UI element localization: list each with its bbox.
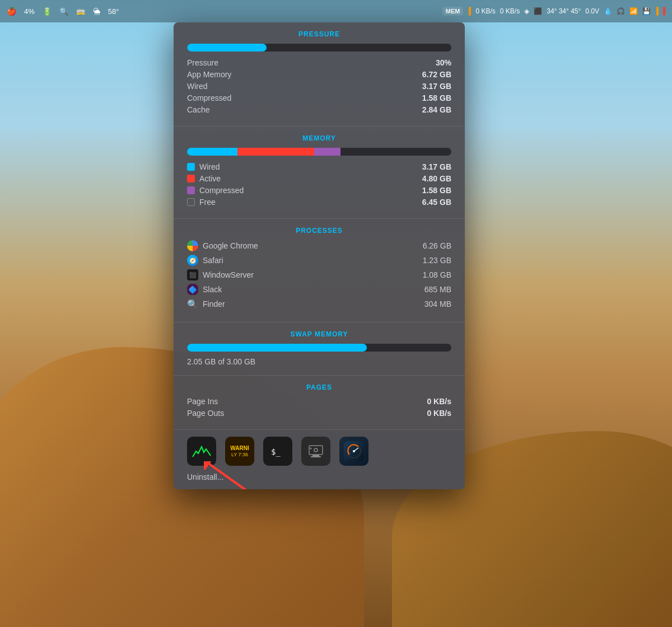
mem-widget[interactable]: MEM bbox=[442, 7, 464, 16]
process-row-slack: 🔷 Slack 685 MB bbox=[187, 284, 451, 295]
process-value-safari: 1.23 GB bbox=[423, 256, 451, 265]
network-icon: ◈ bbox=[524, 7, 529, 15]
memory-value-free: 6.45 GB bbox=[422, 198, 451, 207]
process-label-windowserver: ⬛ WindowServer bbox=[187, 269, 254, 280]
svg-line-2 bbox=[209, 464, 249, 489]
process-name-finder: Finder bbox=[203, 300, 225, 308]
pressure-section: PRESSURE Pressure 30% App Memory 6.72 GB… bbox=[174, 22, 465, 127]
process-value-windowserver: 1.08 GB bbox=[423, 270, 451, 279]
voltage: 0.0V bbox=[585, 7, 599, 15]
svg-rect-0 bbox=[192, 441, 212, 461]
memory-label-active: Active bbox=[187, 174, 221, 183]
process-name-safari: Safari bbox=[203, 256, 223, 265]
apple-icon[interactable]: 🍎 bbox=[7, 7, 16, 16]
menubar-right: MEM 0 KB/s 0 KB/s ◈ ⬛ 34° 34° 45° 0.0V 💧… bbox=[442, 7, 665, 16]
droplet-icon: 💧 bbox=[604, 7, 612, 15]
memory-row-wired: Wired 3.17 GB bbox=[187, 162, 451, 171]
windowserver-icon: ⬛ bbox=[187, 269, 198, 280]
memory-row-free: Free 6.45 GB bbox=[187, 198, 451, 207]
pressure-value-appmem: 6.72 GB bbox=[422, 70, 451, 79]
battery-icon: 🔋 bbox=[43, 7, 52, 16]
process-value-finder: 304 MB bbox=[424, 300, 451, 308]
battery-pct: 4% bbox=[24, 7, 35, 16]
network-down: 0 KB/s bbox=[500, 7, 520, 15]
swap-bar-container bbox=[187, 344, 451, 352]
pressure-title: PRESSURE bbox=[187, 30, 451, 38]
dock-icon-istat[interactable] bbox=[339, 437, 368, 466]
memory-bar bbox=[187, 148, 451, 156]
pages-value-outs: 0 KB/s bbox=[427, 409, 451, 418]
memory-bar-wired bbox=[187, 148, 237, 156]
memory-label-compressed: Compressed bbox=[187, 186, 244, 195]
process-row-chrome: Google Chrome 6.26 GB bbox=[187, 240, 451, 251]
swap-title: SWAP MEMORY bbox=[187, 330, 451, 338]
headphones-icon: 🎧 bbox=[617, 7, 625, 15]
pages-title: PAGES bbox=[187, 383, 451, 391]
menubar: 🍎 4% 🔋 🔍 🚋 🌦 58° MEM 0 KB/s 0 KB/s ◈ ⬛ 3… bbox=[0, 0, 672, 22]
memory-monitor-popup: PRESSURE Pressure 30% App Memory 6.72 GB… bbox=[174, 22, 465, 489]
pressure-label-appmem: App Memory bbox=[187, 70, 231, 79]
dock-icon-terminal[interactable]: $_ bbox=[263, 437, 292, 466]
pages-row-ins: Page Ins 0 KB/s bbox=[187, 397, 451, 406]
memory-row-compressed: Compressed 1.58 GB bbox=[187, 186, 451, 195]
pressure-row-pressure: Pressure 30% bbox=[187, 58, 451, 67]
dock-icon-system-info[interactable] bbox=[301, 437, 330, 466]
finder-icon: 🔍 bbox=[187, 298, 198, 310]
active-color-dot bbox=[187, 175, 195, 183]
swap-label: 2.05 GB of 3.00 GB bbox=[187, 357, 451, 366]
memory-title: MEMORY bbox=[187, 134, 451, 142]
swap-bar-fill bbox=[187, 344, 367, 352]
process-name-windowserver: WindowServer bbox=[203, 270, 254, 279]
processes-title: PROCESSES bbox=[187, 227, 451, 235]
pressure-row-appmem: App Memory 6.72 GB bbox=[187, 70, 451, 79]
ssd-bar bbox=[656, 7, 659, 16]
process-row-windowserver: ⬛ WindowServer 1.08 GB bbox=[187, 269, 451, 280]
red-arrow bbox=[204, 461, 254, 489]
wifi-icon: 📶 bbox=[629, 7, 638, 15]
svg-rect-7 bbox=[312, 455, 319, 456]
pages-value-ins: 0 KB/s bbox=[427, 397, 451, 406]
menubar-left: 🍎 4% 🔋 🔍 🚋 🌦 58° bbox=[7, 7, 119, 16]
free-color-dot bbox=[187, 198, 195, 206]
safari-icon: 🧭 bbox=[187, 255, 198, 266]
process-value-slack: 685 MB bbox=[424, 285, 451, 294]
process-label-safari: 🧭 Safari bbox=[187, 255, 223, 266]
memory-value-wired: 3.17 GB bbox=[422, 162, 451, 171]
pressure-value-cache: 2.84 GB bbox=[422, 105, 451, 114]
cpu-bar bbox=[663, 7, 665, 16]
pressure-value-compressed: 1.58 GB bbox=[422, 93, 451, 102]
process-row-safari: 🧭 Safari 1.23 GB bbox=[187, 255, 451, 266]
memory-bar-active bbox=[237, 148, 314, 156]
mem-bar-orange bbox=[469, 7, 471, 16]
search-icon[interactable]: 🔍 bbox=[59, 7, 68, 16]
network-up: 0 KB/s bbox=[475, 7, 495, 15]
pressure-value-wired: 3.17 GB bbox=[422, 82, 451, 91]
dock-area: WARNI LY 7:36 $_ bbox=[174, 430, 465, 489]
process-name-chrome: Google Chrome bbox=[203, 241, 258, 250]
process-label-slack: 🔷 Slack bbox=[187, 284, 222, 295]
slack-icon: 🔷 bbox=[187, 284, 198, 295]
transit-icon: 🚋 bbox=[76, 7, 85, 16]
pressure-label-compressed: Compressed bbox=[187, 93, 231, 102]
pressure-bar-fill bbox=[187, 44, 267, 52]
memory-value-active: 4.80 GB bbox=[422, 174, 451, 183]
pressure-bar-container bbox=[187, 44, 451, 52]
pressure-row-cache: Cache 2.84 GB bbox=[187, 105, 451, 114]
pages-label-ins: Page Ins bbox=[187, 397, 218, 406]
process-label-finder: 🔍 Finder bbox=[187, 298, 225, 310]
compressed-color-dot bbox=[187, 186, 195, 194]
pressure-row-compressed: Compressed 1.58 GB bbox=[187, 93, 451, 102]
memory-label-free: Free bbox=[187, 198, 216, 207]
process-label-chrome: Google Chrome bbox=[187, 240, 258, 251]
pages-section: PAGES Page Ins 0 KB/s Page Outs 0 KB/s bbox=[174, 376, 465, 430]
svg-point-10 bbox=[310, 448, 312, 450]
pages-label-outs: Page Outs bbox=[187, 409, 224, 418]
pressure-label-wired: Wired bbox=[187, 82, 208, 91]
temperature: 58° bbox=[108, 7, 119, 16]
swap-memory-section: SWAP MEMORY 2.05 GB of 3.00 GB bbox=[174, 322, 465, 376]
pressure-row-wired: Wired 3.17 GB bbox=[187, 82, 451, 91]
memory-label-wired: Wired bbox=[187, 162, 220, 171]
process-row-finder: 🔍 Finder 304 MB bbox=[187, 298, 451, 310]
pressure-label-pressure: Pressure bbox=[187, 58, 218, 67]
weather-icon: 🌦 bbox=[93, 7, 100, 16]
